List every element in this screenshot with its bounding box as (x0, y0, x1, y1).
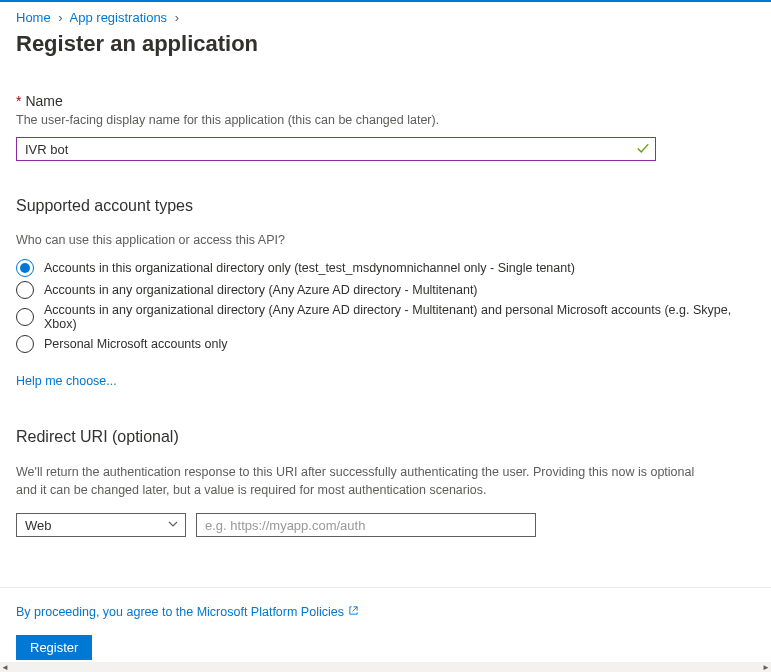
redirect-uri-input[interactable] (196, 513, 536, 537)
platform-policies-link[interactable]: By proceeding, you agree to the Microsof… (16, 605, 359, 619)
radio-label: Accounts in any organizational directory… (44, 303, 755, 331)
register-button[interactable]: Register (16, 635, 92, 660)
external-link-icon (348, 605, 359, 619)
footer: By proceeding, you agree to the Microsof… (0, 587, 771, 672)
account-types-heading: Supported account types (16, 197, 755, 215)
radio-label: Personal Microsoft accounts only (44, 337, 227, 351)
radio-single-tenant[interactable]: Accounts in this organizational director… (16, 259, 755, 277)
radio-multitenant[interactable]: Accounts in any organizational directory… (16, 281, 755, 299)
radio-icon (16, 281, 34, 299)
breadcrumb-app-registrations[interactable]: App registrations (70, 10, 168, 25)
name-input[interactable] (16, 137, 656, 161)
radio-personal-only[interactable]: Personal Microsoft accounts only (16, 335, 755, 353)
radio-icon (16, 308, 34, 326)
scroll-right-arrow-icon[interactable]: ► (761, 663, 771, 672)
name-label: *Name (16, 93, 755, 109)
account-types-radio-group: Accounts in this organizational director… (16, 259, 755, 353)
redirect-description: We'll return the authentication response… (16, 464, 716, 499)
help-me-choose-link[interactable]: Help me choose... (16, 374, 117, 388)
radio-label: Accounts in this organizational director… (44, 261, 575, 275)
chevron-right-icon: › (175, 10, 179, 25)
platform-dropdown[interactable]: Web (16, 513, 186, 537)
scroll-left-arrow-icon[interactable]: ◄ (0, 663, 10, 672)
redirect-heading: Redirect URI (optional) (16, 428, 755, 446)
name-hint: The user-facing display name for this ap… (16, 113, 755, 127)
horizontal-scrollbar[interactable]: ◄ ► (0, 662, 771, 672)
dropdown-value: Web (25, 518, 52, 533)
account-types-question: Who can use this application or access t… (16, 233, 755, 247)
radio-icon (16, 335, 34, 353)
checkmark-icon (636, 141, 650, 158)
page-title: Register an application (16, 31, 755, 57)
breadcrumb-home[interactable]: Home (16, 10, 51, 25)
radio-label: Accounts in any organizational directory… (44, 283, 478, 297)
radio-icon (16, 259, 34, 277)
chevron-down-icon (167, 518, 179, 533)
required-asterisk: * (16, 93, 21, 109)
breadcrumb: Home › App registrations › (16, 10, 755, 25)
chevron-right-icon: › (58, 10, 62, 25)
radio-multitenant-personal[interactable]: Accounts in any organizational directory… (16, 303, 755, 331)
